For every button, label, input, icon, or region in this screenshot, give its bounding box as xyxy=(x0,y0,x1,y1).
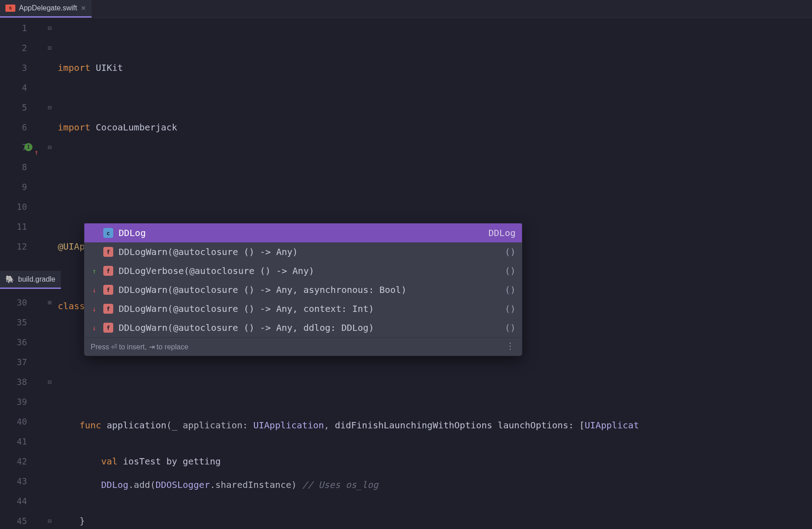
line-number: 11 xyxy=(0,217,27,237)
line-number: 10 xyxy=(0,197,27,217)
completion-type: () xyxy=(505,265,516,276)
line-number: 40 xyxy=(0,412,27,432)
arrow-up-icon: ↑ xyxy=(91,267,98,275)
line-number: 4 xyxy=(0,78,27,97)
fold-collapsed-icon[interactable]: ⊞ xyxy=(43,292,56,312)
line-number: 43 xyxy=(0,471,27,491)
tab-bar: S AppDelegate.swift ✕ xyxy=(0,0,812,18)
gutter-override-marker-icon[interactable]: I xyxy=(24,143,32,151)
tab-label: build.gradle xyxy=(18,275,55,283)
completion-kind-function-icon: f xyxy=(103,304,113,314)
close-icon[interactable]: ✕ xyxy=(81,5,86,12)
completion-hint: Press ⏎ to insert, ⇥ to replace xyxy=(91,343,188,351)
line-number: 36 xyxy=(0,332,27,352)
completion-kind-function-icon: f xyxy=(103,285,113,295)
completion-type: () xyxy=(505,284,516,295)
fold-icon[interactable]: ⊟ xyxy=(43,511,56,529)
line-number: 30 xyxy=(0,292,27,312)
completion-item[interactable]: ↑ f DDLogVerbose(@autoclosure () -> Any)… xyxy=(84,261,522,280)
tab-appdelegate[interactable]: S AppDelegate.swift ✕ xyxy=(0,0,92,18)
line-number: 45 xyxy=(0,511,27,529)
swift-file-icon: S xyxy=(5,5,15,12)
line-number: 1 xyxy=(0,18,27,38)
completion-label: DDLogWarn(@autoclosure () -> Any, asynch… xyxy=(119,284,499,295)
fold-icon[interactable]: ⊟ xyxy=(43,38,56,58)
code-line: val iosTest by getting xyxy=(58,451,812,471)
completion-item[interactable]: f DDLogWarn(@autoclosure () -> Any) () xyxy=(84,242,522,261)
line-number: 7 xyxy=(0,137,27,157)
code-line: import CocoaLumberjack xyxy=(58,117,812,137)
gutter: 30 35 36 37 38 39 40 41 42 43 44 45 xyxy=(0,292,43,529)
line-number: 39 xyxy=(0,392,27,412)
line-number: 42 xyxy=(0,451,27,471)
line-number: 37 xyxy=(0,352,27,372)
completion-type: () xyxy=(505,322,516,333)
more-options-icon[interactable]: ⋯ xyxy=(505,342,516,352)
code-line: } xyxy=(58,511,812,529)
arrow-down-icon: ↓ xyxy=(91,305,98,313)
completion-kind-function-icon: f xyxy=(103,247,113,257)
completion-item[interactable]: ↓ f DDLogWarn(@autoclosure () -> Any, co… xyxy=(84,299,522,318)
tab-buildgradle[interactable]: 🐘 build.gradle xyxy=(0,271,61,289)
fold-column: ⊞ ⊟ ⊟ xyxy=(43,292,56,529)
line-number: 8 xyxy=(0,157,27,177)
line-number: 44 xyxy=(0,491,27,511)
line-number: 38 xyxy=(0,372,27,392)
completion-footer: Press ⏎ to insert, ⇥ to replace ⋯ xyxy=(84,337,522,356)
completion-label: DDLogVerbose(@autoclosure () -> Any) xyxy=(119,265,499,276)
fold-icon[interactable]: ⊟ xyxy=(43,137,56,157)
completion-label: DDLogWarn(@autoclosure () -> Any) xyxy=(119,246,499,257)
line-number: 35 xyxy=(0,312,27,332)
completion-kind-function-icon: f xyxy=(103,323,113,333)
line-number: 5 xyxy=(0,97,27,117)
completion-type: DDLog xyxy=(489,227,516,238)
arrow-down-icon: ↓ xyxy=(91,286,98,294)
completion-type: () xyxy=(505,246,516,257)
completion-label: DDLog xyxy=(119,227,483,238)
fold-column: ⊟ ⊟ ⊟ ⊟ xyxy=(43,18,56,256)
completion-item[interactable]: c DDLog DDLog xyxy=(84,223,522,242)
completion-type: () xyxy=(505,303,516,314)
arrow-down-icon: ↓ xyxy=(91,324,98,332)
completion-popup: c DDLog DDLog f DDLogWarn(@autoclosure (… xyxy=(84,223,522,356)
editor-area[interactable]: 1 2 3 4 5 6 7 8 9 10 11 12 I ↑ 30 35 36 … xyxy=(0,18,812,529)
code-line: import UIKit xyxy=(58,58,812,78)
fold-icon[interactable]: ⊟ xyxy=(43,18,56,38)
line-number: 12 xyxy=(0,237,27,256)
gutter-arrow-icon: ↑ xyxy=(34,143,39,162)
completion-label: DDLogWarn(@autoclosure () -> Any, contex… xyxy=(119,303,499,314)
completion-kind-class-icon: c xyxy=(103,228,113,238)
line-number: 9 xyxy=(0,177,27,197)
fold-icon[interactable]: ⊟ xyxy=(43,97,56,117)
tab-label: AppDelegate.swift xyxy=(19,4,77,12)
completion-kind-function-icon: f xyxy=(103,266,113,276)
line-number: 6 xyxy=(0,117,27,137)
line-number: 2 xyxy=(0,38,27,58)
completion-item[interactable]: ↓ f DDLogWarn(@autoclosure () -> Any, dd… xyxy=(84,318,522,337)
line-number: 41 xyxy=(0,432,27,451)
gradle-file-icon: 🐘 xyxy=(5,275,14,284)
completion-item[interactable]: ↓ f DDLogWarn(@autoclosure () -> Any, as… xyxy=(84,280,522,299)
completion-label: DDLogWarn(@autoclosure () -> Any, ddlog:… xyxy=(119,322,499,333)
code-line xyxy=(58,392,812,412)
gutter: 1 2 3 4 5 6 7 8 9 10 11 12 I ↑ xyxy=(0,18,43,256)
line-number: 3 xyxy=(0,58,27,78)
fold-icon[interactable]: ⊟ xyxy=(43,372,56,392)
code-line xyxy=(58,177,812,197)
